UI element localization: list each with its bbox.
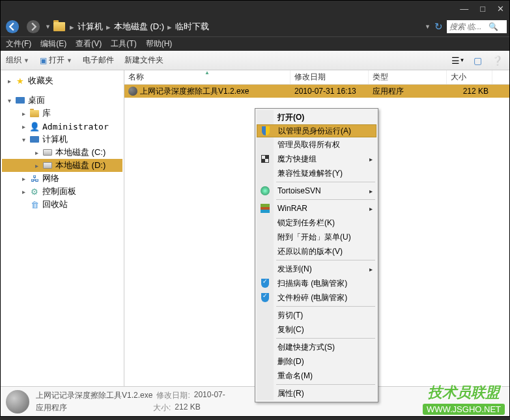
ctx-winrar[interactable]: WinRAR▸ [257, 201, 376, 216]
help-icon[interactable]: ❔ [490, 55, 504, 66]
status-type: 应用程序 [36, 402, 67, 413]
view-mode-button[interactable]: ☰ ▼ [451, 55, 465, 66]
ctx-tortoise[interactable]: TortoiseSVN▸ [257, 184, 376, 198]
sidebar-favorites[interactable]: ▸★收藏夹 [2, 74, 122, 87]
col-type[interactable]: 类型 [369, 70, 447, 84]
menu-tools[interactable]: 工具(T) [111, 38, 136, 49]
sidebar: ▸★收藏夹 ▾桌面 ▸库 ▸👤Administrator ▾计算机 ▸本地磁盘 … [1, 70, 124, 386]
sidebar-desktop[interactable]: ▾桌面 [2, 94, 122, 107]
bc-folder[interactable]: 临时下载 [175, 21, 209, 33]
search-input[interactable] [449, 22, 489, 31]
bc-drive[interactable]: 本地磁盘 (D:) [114, 21, 164, 33]
ctx-startmenu[interactable]: 附到「开始」菜单(U) [257, 230, 376, 244]
winrar-icon [261, 204, 270, 213]
organize-button[interactable]: 组织▼ [6, 55, 29, 66]
open-button[interactable]: ▣打开▼ [40, 55, 72, 66]
col-size[interactable]: 大小 [447, 70, 492, 84]
forward-button[interactable] [24, 18, 42, 35]
scan-icon [261, 279, 269, 288]
file-preview-icon [6, 390, 29, 413]
exe-icon [128, 87, 137, 96]
shield-icon [262, 126, 270, 135]
path-chevron[interactable]: ▼ [425, 23, 431, 30]
newfolder-button[interactable]: 新建文件夹 [124, 55, 163, 66]
sidebar-libraries[interactable]: ▸库 [2, 107, 122, 120]
ctx-delete[interactable]: 删除(D) [257, 354, 376, 369]
ctx-takeown[interactable]: 管理员取得所有权 [257, 137, 376, 152]
col-name[interactable]: 名称▲ [124, 70, 290, 84]
menu-help[interactable]: 帮助(H) [146, 38, 173, 49]
history-chevron[interactable]: ▼ [45, 23, 51, 30]
status-date-label: 修改日期: [156, 390, 190, 401]
maximize-button[interactable]: □ [480, 4, 485, 14]
column-headers: 名称▲ 修改日期 类型 大小 [124, 70, 509, 85]
menu-view[interactable]: 查看(V) [76, 38, 102, 49]
file-row[interactable]: 上网记录深度擦除工具V1.2.exe 2010-07-31 16:13 应用程序… [124, 85, 509, 98]
shred-icon [261, 293, 269, 302]
ctx-cut[interactable]: 剪切(T) [257, 308, 376, 322]
sidebar-control[interactable]: ▸⚙控制面板 [2, 185, 122, 198]
ctx-runas[interactable]: 以管理员身份运行(A) [257, 124, 376, 137]
col-date[interactable]: 修改日期 [290, 70, 369, 84]
ctx-pin[interactable]: 锁定到任务栏(K) [257, 216, 376, 230]
minimize-button[interactable]: — [460, 4, 468, 14]
context-menu: 打开(O) 以管理员身份运行(A) 管理员取得所有权 魔方快捷组▸ 兼容性疑难解… [255, 108, 378, 402]
ctx-restore[interactable]: 还原以前的版本(V) [257, 244, 376, 259]
sidebar-drive-c[interactable]: ▸本地磁盘 (C:) [2, 146, 122, 159]
tortoise-icon [261, 186, 270, 195]
grid-icon [261, 155, 269, 163]
ctx-shortcut[interactable]: 创建快捷方式(S) [257, 340, 376, 354]
menu-file[interactable]: 文件(F) [6, 38, 31, 49]
sidebar-admin[interactable]: ▸👤Administrator [2, 120, 122, 133]
status-size-label: 大小: [153, 402, 171, 413]
toolbar: 组织▼ ▣打开▼ 电子邮件 新建文件夹 ☰ ▼ ▢ ❔ [1, 51, 509, 70]
ctx-props[interactable]: 属性(R) [257, 386, 376, 400]
bc-computer[interactable]: 计算机 [78, 21, 103, 33]
folder-icon [53, 22, 65, 31]
ctx-open[interactable]: 打开(O) [257, 110, 376, 124]
search-icon[interactable]: 🔍 [489, 22, 498, 31]
sidebar-network[interactable]: ▸🖧网络 [2, 172, 122, 185]
sidebar-drive-d[interactable]: ▸本地磁盘 (D:) [2, 159, 122, 172]
close-button[interactable]: ✕ [497, 4, 504, 14]
titlebar: — □ ✕ [1, 1, 509, 17]
status-date: 2010-07- [194, 390, 225, 401]
ctx-scan[interactable]: 扫描病毒 (电脑管家) [257, 276, 376, 290]
refresh-icon[interactable]: ↻ [434, 21, 443, 33]
breadcrumb[interactable]: ▸ 计算机 ▸ 本地磁盘 (D:) ▸ 临时下载 [53, 21, 209, 33]
email-button[interactable]: 电子邮件 [83, 55, 114, 66]
ctx-copy[interactable]: 复制(C) [257, 322, 376, 337]
navbar: ▼ ▸ 计算机 ▸ 本地磁盘 (D:) ▸ 临时下载 ▼ ↻ 🔍 [1, 17, 509, 36]
menubar: 文件(F) 编辑(E) 查看(V) 工具(T) 帮助(H) [1, 36, 509, 51]
back-button[interactable] [3, 18, 21, 35]
menu-edit[interactable]: 编辑(E) [40, 38, 66, 49]
ctx-magic[interactable]: 魔方快捷组▸ [257, 152, 376, 166]
ctx-compat[interactable]: 兼容性疑难解答(Y) [257, 166, 376, 180]
sidebar-recycle[interactable]: 🗑回收站 [2, 198, 122, 211]
ctx-shred[interactable]: 文件粉碎 (电脑管家) [257, 290, 376, 305]
svg-point-1 [27, 20, 40, 33]
ctx-sendto[interactable]: 发送到(N)▸ [257, 262, 376, 276]
search-box[interactable]: 🔍 [447, 20, 507, 33]
svg-point-0 [6, 20, 19, 33]
preview-pane-button[interactable]: ▢ [470, 55, 485, 66]
status-filename: 上网记记录深度擦除工具V1.2.exe [36, 390, 152, 401]
status-size: 212 KB [175, 402, 200, 413]
ctx-rename[interactable]: 重命名(M) [257, 369, 376, 383]
sidebar-computer[interactable]: ▾计算机 [2, 133, 122, 146]
